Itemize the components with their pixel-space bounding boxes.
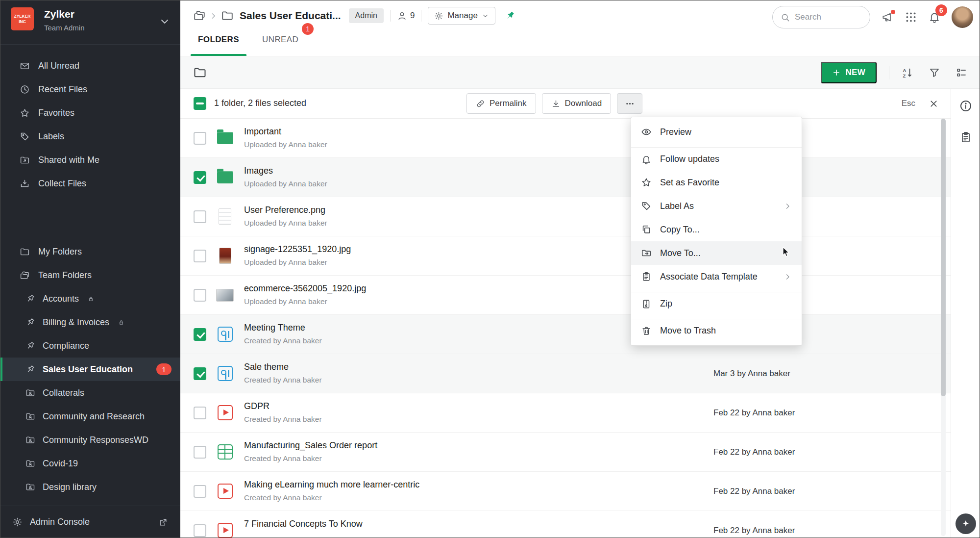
sidebar-team-folder-item[interactable]: Billing & Invoices bbox=[0, 310, 180, 334]
team-switcher[interactable]: ZYLKER INC Zylker Team Admin bbox=[0, 0, 180, 45]
menu-item-label: Copy To... bbox=[660, 225, 700, 235]
team-folders-root-icon[interactable] bbox=[193, 9, 206, 22]
sidebar-team-folder-item[interactable]: Collaterals bbox=[0, 381, 180, 405]
context-menu-item[interactable]: Associate Data Template bbox=[631, 265, 802, 288]
sidebar-team-folder-item[interactable]: Design library bbox=[0, 475, 180, 499]
sidebar-folder-nav: My Folders Team Folders bbox=[0, 240, 180, 287]
row-checkbox[interactable] bbox=[194, 524, 206, 537]
context-menu-item[interactable]: Preview bbox=[631, 120, 802, 144]
data-template-panel-icon[interactable] bbox=[959, 131, 972, 144]
file-row[interactable]: signage-1225351_1920.jpg Uploaded by Ann… bbox=[180, 236, 951, 276]
sidebar-item-labels[interactable]: Labels bbox=[0, 125, 180, 148]
row-checkbox[interactable] bbox=[194, 367, 206, 380]
file-meta: Uploaded by Anna baker bbox=[244, 297, 366, 306]
pinned-icon[interactable] bbox=[502, 8, 517, 24]
tab-folders[interactable]: FOLDERS bbox=[198, 30, 239, 56]
gear-icon bbox=[434, 11, 443, 21]
apps-button[interactable] bbox=[905, 11, 917, 24]
row-checkbox[interactable] bbox=[194, 132, 206, 145]
file-row[interactable]: User Preference.png Uploaded by Anna bak… bbox=[180, 197, 951, 236]
download-button[interactable]: Download bbox=[542, 93, 612, 114]
file-meta: Created by Anna baker bbox=[244, 493, 419, 502]
admin-console-link[interactable]: Admin Console bbox=[0, 506, 180, 538]
file-row[interactable]: Manufacturing_Sales Order report Created… bbox=[180, 433, 951, 472]
permalink-button[interactable]: Permalink bbox=[466, 93, 536, 114]
chevron-right-icon bbox=[784, 273, 792, 281]
pin-icon bbox=[24, 362, 37, 376]
file-row[interactable]: GDPR Created by Anna baker Feb 22 by Ann… bbox=[180, 393, 951, 433]
file-type-icon bbox=[216, 129, 234, 148]
row-checkbox[interactable] bbox=[194, 289, 206, 302]
context-menu-item[interactable]: Move To... bbox=[631, 241, 802, 265]
selection-bar: 1 folder, 2 files selected Permalink Dow… bbox=[180, 89, 951, 119]
sort-az-icon[interactable] bbox=[902, 67, 913, 78]
sidebar-item-label: All Unread bbox=[38, 61, 79, 71]
notifications-button[interactable]: 6 bbox=[928, 11, 941, 24]
sidebar-item-my-folders[interactable]: My Folders bbox=[0, 240, 180, 263]
root-folder-icon[interactable] bbox=[193, 66, 207, 79]
file-row[interactable]: ecommerce-3562005_1920.jpg Uploaded by A… bbox=[180, 276, 951, 315]
sidebar-item-shared-with-me[interactable]: Shared with Me bbox=[0, 148, 180, 172]
view-switch-icon[interactable] bbox=[956, 67, 967, 78]
scrollbar[interactable] bbox=[941, 119, 946, 536]
menu-item-label: Follow updates bbox=[660, 154, 719, 164]
scrollbar-thumb[interactable] bbox=[941, 119, 946, 396]
file-name: signage-1225351_1920.jpg bbox=[244, 244, 351, 255]
file-row[interactable]: Images Uploaded by Anna baker bbox=[180, 158, 951, 197]
members-count[interactable]: 9 bbox=[397, 11, 415, 21]
file-row[interactable]: Important Uploaded by Anna baker bbox=[180, 119, 951, 158]
sidebar-team-folder-item[interactable]: Sales User Education 1 bbox=[0, 358, 180, 381]
file-row[interactable]: Meeting Theme Created by Anna baker bbox=[180, 315, 951, 354]
sidebar-team-folder-item[interactable]: Accounts bbox=[0, 287, 180, 310]
context-menu-item[interactable]: Copy To... bbox=[631, 218, 802, 241]
row-checkbox[interactable] bbox=[194, 171, 206, 184]
sidebar-item-all-unread[interactable]: All Unread bbox=[0, 54, 180, 77]
breadcrumb-chevron-icon bbox=[209, 12, 218, 20]
context-menu-item[interactable]: Label As bbox=[631, 194, 802, 218]
chevron-down-icon[interactable] bbox=[159, 16, 171, 27]
info-icon[interactable] bbox=[959, 99, 973, 113]
sidebar-team-folder-item[interactable]: Community ResponsesWD bbox=[0, 428, 180, 452]
team-role: Team Admin bbox=[44, 24, 85, 32]
context-menu-item[interactable]: Move to Trash bbox=[631, 319, 802, 342]
row-checkbox[interactable] bbox=[194, 328, 206, 341]
sidebar-team-folder-item[interactable]: Covid-19 bbox=[0, 452, 180, 475]
row-checkbox[interactable] bbox=[194, 210, 206, 223]
breadcrumb: Sales User Educati... Admin 9 Manage bbox=[193, 6, 515, 25]
external-link-icon[interactable] bbox=[158, 517, 168, 527]
sidebar-item-favorites[interactable]: Favorites bbox=[0, 101, 180, 125]
sidebar-item-recent-files[interactable]: Recent Files bbox=[0, 77, 180, 101]
row-checkbox[interactable] bbox=[194, 485, 206, 498]
sidebar-item-team-folders[interactable]: Team Folders bbox=[0, 263, 180, 287]
more-actions-button[interactable] bbox=[617, 93, 642, 114]
file-name: Important bbox=[244, 127, 327, 137]
user-avatar[interactable] bbox=[952, 6, 973, 28]
sidebar-item-label: Favorites bbox=[38, 108, 74, 118]
announcements-button[interactable] bbox=[881, 11, 894, 24]
sidebar-team-folder-item[interactable]: Compliance bbox=[0, 334, 180, 358]
manage-button[interactable]: Manage bbox=[428, 7, 495, 25]
select-all-checkbox[interactable] bbox=[194, 97, 206, 110]
current-folder-icon[interactable] bbox=[221, 9, 234, 22]
search-input[interactable] bbox=[795, 12, 858, 22]
row-checkbox[interactable] bbox=[194, 446, 206, 459]
file-row[interactable]: 7 Financial Concepts To Know Feb 22 by A… bbox=[180, 511, 951, 538]
close-icon[interactable] bbox=[929, 99, 939, 109]
tab-unread[interactable]: UNREAD1 bbox=[262, 30, 298, 56]
filter-icon[interactable] bbox=[929, 67, 940, 78]
sidebar-team-folder-item[interactable]: Community and Research bbox=[0, 405, 180, 428]
row-checkbox[interactable] bbox=[194, 250, 206, 262]
context-menu-item[interactable]: Zip bbox=[631, 292, 802, 315]
file-row[interactable]: Making eLearning much more learner-centr… bbox=[180, 472, 951, 511]
smart-assist-button[interactable] bbox=[956, 513, 976, 534]
file-type-icon bbox=[216, 168, 234, 187]
file-row[interactable]: Sale theme Created by Anna baker Mar 3 b… bbox=[180, 354, 951, 393]
sidebar-item-collect-files[interactable]: Collect Files bbox=[0, 172, 180, 195]
row-checkbox[interactable] bbox=[194, 407, 206, 419]
context-menu-item[interactable]: Set as Favorite bbox=[631, 171, 802, 194]
search-box[interactable] bbox=[772, 6, 870, 28]
notification-count-badge: 6 bbox=[935, 4, 947, 16]
new-button[interactable]: NEW bbox=[821, 62, 877, 83]
file-info: signage-1225351_1920.jpg Uploaded by Ann… bbox=[244, 244, 351, 267]
context-menu-item[interactable]: Follow updates bbox=[631, 147, 802, 171]
